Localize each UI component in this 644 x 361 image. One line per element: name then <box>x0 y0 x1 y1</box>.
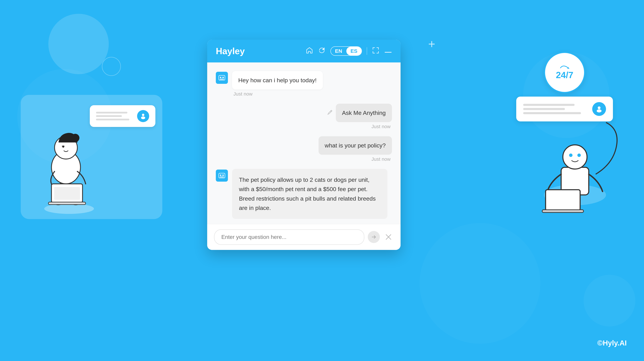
copyright-text: ©Hyly.AI <box>598 339 627 347</box>
card-line-2 <box>523 108 565 110</box>
left-person-svg <box>26 116 112 219</box>
svg-rect-32 <box>220 177 224 177</box>
user-bubble-1: Ask Me Anything <box>336 104 392 122</box>
user-message-2-time: Just now <box>372 156 392 162</box>
badge-247-text: 24/7 <box>556 70 573 80</box>
bot-message-2: The pet policy allows up to 2 cats or do… <box>216 169 392 219</box>
svg-point-10 <box>142 114 144 116</box>
bg-circle-5 <box>584 275 635 327</box>
svg-point-20 <box>71 134 80 142</box>
lang-es-button[interactable]: ES <box>346 47 362 55</box>
header-actions: EN ES <box>306 46 392 56</box>
user-bubble-2: what is your pet policy? <box>318 136 392 155</box>
bot-bubble-2: The pet policy allows up to 2 cats or do… <box>232 169 388 219</box>
minimize-icon[interactable] <box>384 47 392 55</box>
lang-en-button[interactable]: EN <box>331 47 346 55</box>
svg-point-12 <box>44 204 94 214</box>
svg-rect-18 <box>54 187 80 200</box>
svg-point-6 <box>569 153 572 157</box>
home-icon[interactable] <box>306 46 313 56</box>
user-message-1-wrap: Ask Me Anything <box>327 104 392 122</box>
left-card-line-1 <box>96 112 128 113</box>
bot-message-2-content: The pet policy allows up to 2 cats or do… <box>232 169 388 219</box>
right-person-svg <box>526 112 623 216</box>
bot-face-icon-2 <box>218 173 225 178</box>
left-person-icon <box>140 113 146 119</box>
svg-point-26 <box>222 77 224 78</box>
chat-input-field[interactable] <box>214 229 364 245</box>
bot-avatar-1 <box>216 72 228 84</box>
bg-circle-1 <box>48 14 109 74</box>
edit-icon-1[interactable] <box>327 109 333 116</box>
bot-message-1-content: Hey how can i help you today! Just now <box>232 71 323 97</box>
user-message-1: Ask Me Anything Just now <box>216 104 392 129</box>
close-button[interactable] <box>383 232 394 242</box>
left-illustration-container <box>21 95 162 219</box>
person-icon <box>596 105 603 113</box>
bg-circle-3 <box>420 223 540 344</box>
card-line-1 <box>523 104 574 106</box>
badge-247: 24/7 <box>544 52 585 93</box>
svg-point-7 <box>577 153 581 157</box>
chat-input-area <box>207 224 400 250</box>
svg-point-11 <box>141 116 145 119</box>
svg-point-30 <box>220 175 221 176</box>
svg-point-1 <box>598 106 600 109</box>
left-card-avatar <box>137 110 149 122</box>
bot-message-1: Hey how can i help you today! Just now <box>216 71 392 97</box>
clock-arrow-icon <box>560 65 570 70</box>
chat-widget: Hayley EN ES <box>207 40 400 250</box>
chat-title: Hayley <box>216 46 245 56</box>
svg-rect-8 <box>546 190 580 210</box>
plus-sign-decoration: + <box>428 38 435 50</box>
chat-header: Hayley EN ES <box>207 40 400 62</box>
send-button[interactable] <box>368 231 380 243</box>
right-illustration <box>526 112 623 216</box>
svg-rect-27 <box>220 79 224 79</box>
language-toggle[interactable]: EN ES <box>330 46 362 56</box>
header-divider <box>367 47 367 55</box>
svg-point-5 <box>563 145 587 169</box>
bg-circle-outline-1 <box>102 57 121 76</box>
bot-avatar-2 <box>216 170 228 182</box>
svg-rect-9 <box>542 210 584 213</box>
expand-icon[interactable] <box>372 46 380 56</box>
user-message-2-wrap: what is your pet policy? <box>318 136 392 155</box>
refresh-icon[interactable] <box>318 46 326 56</box>
bot-bubble-1: Hey how can i help you today! <box>232 71 323 89</box>
svg-point-25 <box>220 77 221 78</box>
bot-message-1-time: Just now <box>232 91 323 97</box>
user-message-2: what is your pet policy? Just now <box>216 136 392 162</box>
chat-body: Hey how can i help you today! Just now A… <box>207 62 400 224</box>
svg-rect-17 <box>48 202 86 205</box>
svg-line-28 <box>331 111 331 112</box>
bot-face-icon <box>218 75 225 80</box>
svg-point-31 <box>222 175 224 176</box>
user-message-1-time: Just now <box>372 124 392 129</box>
